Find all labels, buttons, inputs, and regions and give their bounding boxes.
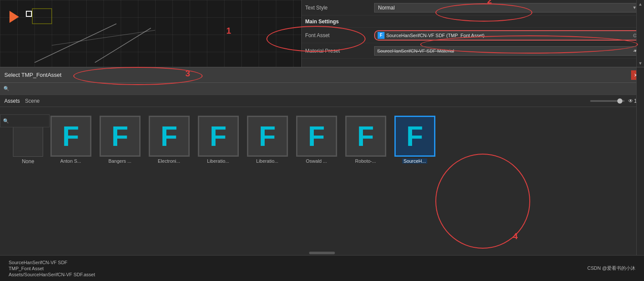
font-item-6[interactable]: F Roboto-... (344, 116, 387, 164)
svg-line-2 (95, 28, 151, 63)
font-tile-6: F (345, 116, 386, 157)
font-item-1[interactable]: F Bangers ... (98, 116, 141, 164)
search-icon: 🔍 (3, 86, 9, 92)
svg-rect-0 (32, 9, 52, 24)
search-input[interactable] (11, 86, 641, 92)
font-tile-border-2 (149, 116, 189, 156)
status-line-1: SourceHanSerifCN-VF SDF (9, 260, 95, 265)
scroll-up-icon[interactable]: ▲ (637, 0, 644, 8)
text-style-value[interactable]: Normal ▼ (374, 3, 641, 13)
font-asset-field[interactable]: F SourceHanSerifCN-VF SDF (TMP_Font Asse… (374, 30, 641, 41)
dialog-title: Select TMP_FontAsset (4, 72, 640, 78)
material-preset-text: SourceHanSerifCN-VF SDF Material (377, 48, 454, 54)
text-style-label: Text Style (305, 5, 374, 11)
circle-selected-font (435, 154, 530, 249)
font-name-7: SourceH... (402, 158, 427, 164)
viewport-lines (30, 2, 159, 63)
material-preset-label: Material Preset (305, 48, 374, 54)
font-label-none: None (22, 158, 34, 164)
left-search-icon: 🔍 (3, 118, 9, 124)
text-style-dropdown[interactable]: Normal ▼ (374, 3, 641, 13)
font-item-0[interactable]: F Anton S... (49, 116, 92, 164)
font-tile-border-4 (247, 116, 288, 156)
left-search-input[interactable] (11, 118, 45, 123)
font-item-3[interactable]: F Liberatio... (197, 116, 240, 164)
font-tile-2: F (149, 116, 190, 157)
status-info: SourceHanSerifCN-VF SDF TMP_Font Asset A… (9, 260, 95, 277)
font-tile-border-3 (198, 116, 238, 156)
font-asset-text: SourceHanSerifCN-VF SDF (TMP_Font Asset) (386, 33, 631, 38)
tab-group: Assets Scene (4, 97, 40, 105)
font-item-5[interactable]: F Oswald ... (295, 116, 338, 164)
tabs-bar: Assets Scene 👁 14 (0, 95, 644, 107)
font-tile-7: F (394, 116, 435, 157)
font-name-2: Electroni... (158, 158, 180, 164)
font-name-4: Liberatio... (256, 158, 278, 164)
status-line-3: Assets/SourceHanSerifCN-VF SDF.asset (9, 272, 95, 277)
font-name-6: Roboto-... (355, 158, 376, 164)
font-name-3: Liberatio... (207, 158, 229, 164)
annotation-4: 4 (513, 231, 518, 241)
right-panel: Text Style Normal ▼ Main Settings Font A… (301, 0, 644, 67)
bottom-scrollbar[interactable] (309, 252, 335, 254)
text-style-text: Normal (378, 5, 395, 11)
font-asset-icon: F (378, 32, 385, 39)
font-asset-value-container: F SourceHanSerifCN-VF SDF (TMP_Font Asse… (374, 30, 641, 41)
tab-assets[interactable]: Assets (4, 97, 20, 105)
slider-thumb[interactable] (617, 98, 622, 104)
font-item-2[interactable]: F Electroni... (147, 116, 191, 164)
viewport (0, 0, 302, 67)
status-line-2: TMP_Font Asset (9, 266, 95, 271)
font-name-0: Anton S... (60, 158, 81, 164)
tab-scene[interactable]: Scene (25, 97, 40, 105)
right-panel-scrollbar[interactable]: ▲ ▼ (636, 0, 644, 67)
font-tile-0: F (50, 116, 91, 157)
font-name-5: Oswald ... (306, 158, 327, 164)
font-tile-4: F (247, 116, 288, 157)
svg-line-3 (52, 30, 155, 45)
left-search-panel: 🔍 (0, 114, 50, 127)
font-item-4[interactable]: F Liberatio... (246, 116, 289, 164)
font-tile-1: F (100, 116, 141, 157)
font-tile-border-7 (395, 116, 435, 156)
eye-icon: 👁 (628, 98, 633, 104)
play-icon (9, 11, 19, 23)
slider-control (590, 100, 625, 102)
status-credit: CSDN @爱看书的小沐 (588, 265, 635, 272)
font-tile-border-6 (346, 116, 386, 156)
font-item-7[interactable]: F SourceH... (393, 116, 436, 164)
font-tile-border-1 (100, 116, 140, 156)
slider-track[interactable] (590, 100, 625, 102)
material-preset-value-container: SourceHanSerifCN-VF SDF Material ▼ (374, 46, 641, 56)
font-asset-label: Font Asset (305, 32, 374, 38)
font-tile-3: F (198, 116, 239, 157)
font-name-1: Bangers ... (108, 158, 131, 164)
search-bar: 🔍 (0, 83, 644, 95)
text-style-row: Text Style Normal ▼ (302, 0, 644, 16)
material-preset-row: Material Preset SourceHanSerifCN-VF SDF … (302, 43, 644, 59)
select-dialog: Select TMP_FontAsset × 3 🔍 Assets Scene … (0, 67, 644, 281)
font-tile-border-0 (51, 116, 91, 156)
font-asset-row: Font Asset F SourceHanSerifCN-VF SDF (TM… (302, 28, 644, 43)
right-sidebar (636, 67, 644, 281)
font-items-grid: None F Anton S... F Bangers ... F Electr… (13, 116, 644, 164)
tab-controls: 👁 14 (590, 98, 640, 104)
scroll-down-icon[interactable]: ▼ (637, 59, 644, 67)
font-tile-border-5 (297, 116, 337, 156)
main-settings-label: Main Settings (302, 16, 644, 28)
dialog-header: Select TMP_FontAsset × 3 (0, 67, 644, 83)
material-preset-dropdown[interactable]: SourceHanSerifCN-VF SDF Material ▼ (374, 46, 641, 56)
font-tile-5: F (296, 116, 337, 157)
status-bar: SourceHanSerifCN-VF SDF TMP_Font Asset A… (0, 255, 644, 281)
